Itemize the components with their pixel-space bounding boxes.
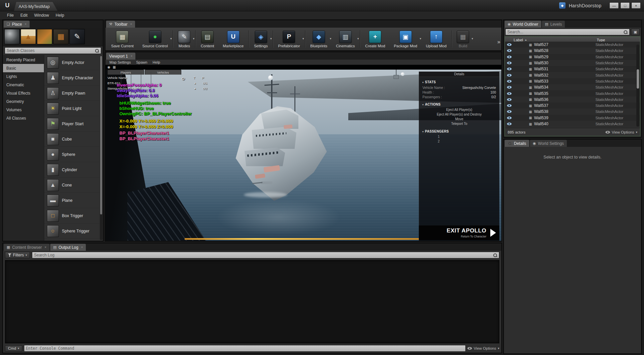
content-button[interactable]: ▤Content [196, 30, 218, 49]
close-button[interactable]: × [631, 2, 641, 9]
category-lights[interactable]: Lights [3, 72, 44, 81]
maximize-button[interactable]: □ [620, 2, 630, 9]
log-view-options-button[interactable]: View Options ▾ [467, 346, 499, 351]
tab-levels[interactable]: ▤ Levels [542, 21, 565, 28]
category-geometry[interactable]: Geometry [3, 97, 44, 106]
place-item-empty-pawn[interactable]: ♙Empty Pawn [44, 86, 103, 101]
visibility-eye-icon[interactable] [507, 42, 512, 47]
category-all-classes[interactable]: All Classes [3, 114, 44, 122]
place-scrollbar-thumb[interactable] [100, 56, 102, 214]
cmd-dropdown-button[interactable]: Cmd ▾ [5, 345, 22, 352]
visibility-eye-icon[interactable] [507, 73, 512, 78]
debug-tab-players[interactable]: Players [107, 70, 144, 75]
terrain-asset-icon[interactable]: ▲ [21, 29, 36, 44]
visibility-eye-icon[interactable] [507, 91, 512, 96]
visibility-eye-icon[interactable] [507, 122, 512, 126]
output-log-content[interactable] [5, 260, 499, 343]
visibility-eye-icon[interactable] [507, 79, 512, 84]
tab-world-settings[interactable]: ◉ World Settings [530, 140, 567, 147]
game-viewport[interactable]: ◉ ▦ PlayersVehicles Vehicle Name T P BTR… [105, 65, 501, 241]
tab-viewport-1[interactable]: Viewport 1 × [106, 53, 135, 60]
modes-button[interactable]: ✎Modes▾ [174, 30, 195, 49]
place-item-sphere[interactable]: ●Sphere [44, 147, 103, 162]
visibility-eye-icon[interactable] [507, 67, 512, 71]
label-column-header[interactable]: Label ▲ [505, 38, 527, 42]
tab-details[interactable]: Details [505, 140, 529, 147]
visibility-eye-icon[interactable] [507, 48, 512, 53]
outliner-row-wall535[interactable]: ▦Wall535StaticMeshActor [505, 90, 640, 96]
category-basic[interactable]: Basic [3, 64, 44, 72]
prefabricator-button[interactable]: PPrefabricator▾ [274, 30, 304, 49]
action-eject-all-player-s-and-destroy[interactable]: Eject All Player(s) and Destroy [419, 112, 499, 117]
package-mod-button[interactable]: ▣Package Mod▾ [390, 30, 421, 49]
debug-tab-vehicles[interactable]: Vehicles [145, 70, 181, 75]
stats-section-header[interactable]: STATS [422, 80, 497, 84]
outliner-settings-button[interactable]: ▣ [631, 29, 640, 35]
map-tab[interactable]: AAS-MyTestMap [14, 2, 58, 11]
outliner-row-wall539[interactable]: ▦Wall539StaticMeshActor [505, 115, 640, 121]
dropdown-caret-icon[interactable]: ▾ [357, 37, 359, 40]
dropdown-caret-icon[interactable]: ▾ [330, 37, 331, 40]
menu-help[interactable]: Help [53, 12, 67, 18]
place-item-empty-character[interactable]: ♟Empty Character [44, 70, 103, 86]
create-mod-button[interactable]: +Create Mod [361, 30, 390, 49]
visibility-eye-icon[interactable] [507, 103, 512, 108]
place-item-sphere-trigger[interactable]: ○Sphere Trigger [44, 223, 103, 239]
outliner-row-wall536[interactable]: ▦Wall536StaticMeshActor [505, 97, 640, 103]
category-volumes[interactable]: Volumes [3, 106, 44, 114]
outliner-row-wall530[interactable]: ▦Wall530StaticMeshActor [505, 60, 640, 66]
outliner-row-wall531[interactable]: ▦Wall531StaticMeshActor [505, 66, 640, 72]
search-log-input[interactable] [34, 253, 492, 257]
place-item-player-start[interactable]: ⚑Player Start [44, 116, 103, 132]
brush-asset-icon[interactable]: ▦ [53, 29, 69, 44]
passenger-slot-1[interactable]: 2 [419, 139, 499, 144]
action-eject-all-player-s[interactable]: Eject All Player(s) [419, 108, 499, 112]
dropdown-caret-icon[interactable]: ▾ [170, 37, 172, 40]
visibility-eye-icon[interactable] [507, 61, 512, 65]
tab-output-log[interactable]: ▤ Output Log × [50, 244, 86, 251]
close-icon[interactable]: × [130, 22, 132, 26]
place-item-empty-actor[interactable]: ◎Empty Actor [44, 55, 103, 70]
tab-world-outliner[interactable]: ◉ World Outliner [505, 21, 541, 28]
tab-content-browser[interactable]: ▦ Content Browser × [4, 244, 50, 251]
place-item-point-light[interactable]: ☀Point Light [44, 101, 103, 116]
place-item-box-trigger[interactable]: □Box Trigger [44, 208, 103, 223]
filters-button[interactable]: Filters ▾ [5, 252, 30, 258]
outliner-search-input[interactable] [507, 30, 622, 34]
dropdown-caret-icon[interactable]: ▾ [472, 37, 473, 40]
foliage-asset-icon[interactable] [37, 29, 52, 44]
outliner-row-wall540[interactable]: ▦Wall540StaticMeshActor [505, 121, 640, 127]
marketplace-button[interactable]: UMarketplace [219, 30, 248, 49]
dropdown-caret-icon[interactable]: ▾ [302, 37, 304, 40]
outliner-row-wall537[interactable]: ▦Wall537StaticMeshActor [505, 103, 640, 109]
gear-icon[interactable]: ⚙ [181, 76, 185, 81]
outliner-row-wall534[interactable]: ▦Wall534StaticMeshActor [505, 84, 640, 90]
visibility-eye-icon[interactable] [507, 85, 512, 90]
visibility-eye-icon[interactable] [507, 97, 512, 102]
outliner-row-wall532[interactable]: ▦Wall532StaticMeshActor [505, 72, 640, 78]
exit-apollo-button[interactable]: EXIT APOLLO Return To Character [419, 225, 499, 240]
pen-asset-icon[interactable]: ✎ [70, 29, 85, 44]
passengers-section-header[interactable]: PASSENGERS [422, 130, 497, 133]
upload-mod-button[interactable]: ↑Upload Mod [421, 30, 451, 49]
camera-icon[interactable]: ◉ [107, 65, 110, 69]
sphere-asset-icon[interactable] [4, 29, 20, 44]
tab-place[interactable]: ❏ Place × [4, 21, 30, 28]
visibility-eye-icon[interactable] [507, 55, 512, 59]
grid-icon[interactable]: ▦ [113, 65, 116, 69]
toolbar-overflow-button[interactable]: » [497, 39, 500, 45]
outliner-scrollbar[interactable] [636, 45, 639, 127]
dropdown-caret-icon[interactable]: ▾ [193, 37, 195, 40]
minimize-button[interactable]: — [609, 2, 619, 9]
viewport-menu-help[interactable]: Help [150, 60, 163, 64]
blueprints-button[interactable]: ◆Blueprints▾ [306, 30, 332, 49]
menu-edit[interactable]: Edit [17, 12, 31, 18]
close-icon[interactable]: × [81, 245, 83, 249]
tab-toolbar[interactable]: ⚒ Toolbar × [106, 21, 135, 28]
place-scrollbar[interactable] [100, 56, 102, 240]
outliner-row-wall533[interactable]: ▦Wall533StaticMeshActor [505, 78, 640, 84]
outliner-scrollbar-thumb[interactable] [637, 69, 639, 89]
place-item-cube[interactable]: ■Cube [44, 132, 103, 147]
type-column-header[interactable]: Type [597, 38, 605, 42]
category-recently-placed[interactable]: Recently Placed [3, 56, 44, 64]
